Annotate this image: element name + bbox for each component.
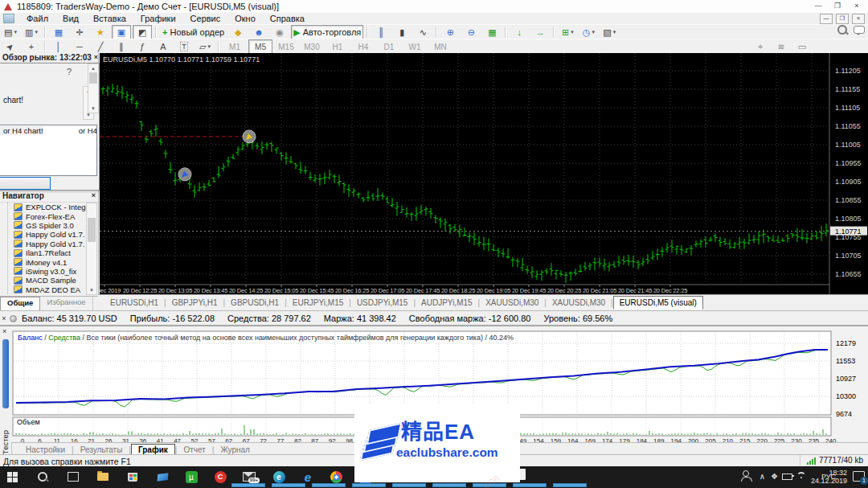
navigator-scrollbar[interactable]: ▼ (86, 203, 97, 295)
tester-tab[interactable]: Журнал (214, 445, 256, 455)
strategy-tester-toggle[interactable]: ◩ (133, 25, 152, 39)
navigator-item[interactable]: EXPLOCK - Integr (0, 203, 98, 211)
auto-scroll-button[interactable]: ↓ (510, 25, 529, 39)
timeframe-h4[interactable]: H4 (351, 39, 375, 54)
community-button[interactable]: ☻ (249, 25, 268, 39)
scrollbar-thumb[interactable] (88, 218, 96, 242)
tray-people-icon[interactable] (743, 470, 749, 477)
signals-button[interactable]: ◉ (270, 25, 289, 39)
profiles-button[interactable]: ▥▾ (22, 25, 41, 39)
templates-button[interactable]: ▧▾ (600, 25, 619, 39)
menu-item-insert[interactable]: Вставка (86, 14, 133, 23)
search-icon[interactable] (837, 25, 847, 35)
text-button[interactable]: A (154, 39, 173, 54)
navigator-item[interactable]: Ilan1.7Refact (0, 248, 98, 257)
mdi-restore-button[interactable]: ❐ (836, 14, 849, 24)
channel-button[interactable]: ∥ (112, 39, 131, 54)
open-window-button[interactable] (352, 483, 386, 487)
navigator-tab-favorites[interactable]: Избранное (40, 297, 92, 310)
tester-tab[interactable]: Настройки (19, 445, 72, 455)
fibonacci-button[interactable]: ƒ (133, 39, 152, 54)
new-chart-button[interactable]: ▤▾ (1, 25, 20, 39)
navigator-toggle[interactable]: ★ (91, 25, 110, 39)
horizontal-line-button[interactable]: ─ (70, 39, 89, 54)
chart-tab[interactable]: AUDJPYi,M15 (416, 297, 478, 309)
file-explorer-button[interactable] (96, 470, 110, 484)
close-button[interactable]: × (847, 0, 866, 12)
menu-item-file[interactable]: Файл (19, 14, 55, 23)
navigator-item[interactable]: MIDAZ DEO EA (0, 285, 98, 294)
disabled-tool-button-2[interactable]: ≋ (772, 39, 791, 54)
timeframe-m15[interactable]: M15 (274, 39, 298, 54)
restore-button[interactable]: ❐ (828, 0, 847, 12)
task-view-button[interactable] (66, 470, 80, 484)
chart-tab[interactable]: USDJPYi,M15 (351, 297, 414, 309)
disabled-tool-button-1[interactable]: ⌖ (751, 39, 770, 54)
minimize-button[interactable]: — (809, 0, 828, 12)
market-watch-toggle[interactable]: ▦ (49, 25, 68, 39)
terminal-toggle[interactable]: ▣ (112, 25, 131, 39)
zoom-in-button[interactable]: ⊕ (440, 25, 460, 39)
open-window-button[interactable] (231, 483, 265, 487)
action-center-button[interactable]: 1 (853, 471, 865, 482)
label-button[interactable]: T (174, 39, 194, 54)
navigator-item[interactable]: Happy Gold v1.7. (0, 240, 98, 248)
trendline-button[interactable]: ╱ (91, 39, 110, 54)
zoom-out-button[interactable]: ⊖ (461, 25, 481, 39)
open-window-button[interactable] (392, 483, 426, 487)
vertical-line-button[interactable]: │ (49, 39, 68, 54)
scroll-down-icon[interactable]: ▼ (88, 105, 98, 113)
tray-network-icon[interactable] (796, 470, 806, 479)
tester-tab[interactable]: Результаты (74, 445, 129, 455)
chart-tab[interactable]: XAUUSDi,M30 (547, 297, 611, 309)
mdi-close-button[interactable]: × (852, 14, 865, 24)
tray-app-icon[interactable]: ❖ (771, 472, 778, 481)
chart-canvas[interactable]: 20 Dec 201920 Dec 12:2520 Dec 13:0520 De… (100, 53, 868, 294)
ms-store-button[interactable] (125, 470, 140, 484)
scrollbar-thumb[interactable] (89, 72, 97, 84)
timeframe-m5[interactable]: M5 (248, 39, 272, 54)
list-scrollbar[interactable]: ▲ ▼ (88, 64, 99, 113)
data-window-toggle[interactable]: ✛ (70, 25, 89, 39)
alert-list[interactable]: or H4 chart!or H4 chart!or H4 chart!or H… (0, 125, 97, 176)
price-chart[interactable]: EURUSDi,M5 1.10770 1.10771 1.10759 1.107… (100, 53, 868, 294)
open-window-button[interactable] (432, 483, 466, 487)
cursor-button[interactable]: ➤ (1, 39, 20, 54)
scroll-down-icon[interactable]: ▼ (87, 286, 96, 294)
menu-item-window[interactable]: Окно (227, 14, 263, 23)
tester-close-icon[interactable]: × (2, 327, 6, 335)
mail-button[interactable]: 99+ (242, 470, 256, 484)
chart-tab[interactable]: XAUUSDi,M30 (480, 297, 544, 309)
timeframe-mn[interactable]: MN (428, 39, 452, 54)
ie-button[interactable]: e (301, 470, 315, 484)
open-window-button[interactable] (553, 483, 587, 487)
shapes-button[interactable]: ▱▾ (195, 39, 215, 54)
tester-tab[interactable]: Отчет (177, 445, 211, 455)
tray-battery-icon[interactable] (782, 470, 792, 480)
open-window-button[interactable] (272, 483, 305, 487)
navigator-item[interactable]: GS Spider 3.0 (0, 221, 98, 230)
market-watch-close-icon[interactable]: × (94, 53, 98, 61)
timeframe-m30[interactable]: M30 (300, 39, 324, 54)
dialog-ok-button[interactable] (0, 177, 51, 190)
tile-windows-button[interactable]: ▦ (482, 25, 502, 39)
indicators-button[interactable]: ⊞▾ (558, 25, 577, 39)
navigator-tab-common[interactable]: Общие (0, 297, 40, 310)
tray-clock[interactable]: 18:32 24.12.2019 (811, 469, 847, 485)
chart-tab[interactable]: GBPUSDi,H1 (225, 297, 285, 309)
blue-app-button[interactable] (155, 470, 170, 484)
crosshair-button[interactable]: + (22, 39, 41, 54)
timeframe-m1[interactable]: M1 (223, 39, 247, 54)
alert-list-item[interactable]: or H4 chart! (43, 126, 97, 135)
metaeditor-button[interactable]: ◆ (228, 25, 248, 39)
chart-tab[interactable]: EURUSDi,H1 (104, 297, 164, 309)
autotrading-button[interactable]: ▶ Авто-торговля (291, 25, 363, 39)
navigator-item[interactable]: Happy Gold v1.7. (0, 230, 98, 239)
candlestick-button[interactable]: ▮ (392, 25, 411, 39)
panel-close-icon[interactable]: × (0, 314, 8, 322)
navigator-item[interactable]: iMoney v4.1 (0, 257, 98, 266)
disabled-tool-button-3[interactable]: ▭ (792, 39, 812, 54)
chat-icon[interactable] (854, 26, 865, 34)
start-button[interactable] (5, 470, 19, 484)
taskbar-search-button[interactable] (35, 470, 50, 484)
